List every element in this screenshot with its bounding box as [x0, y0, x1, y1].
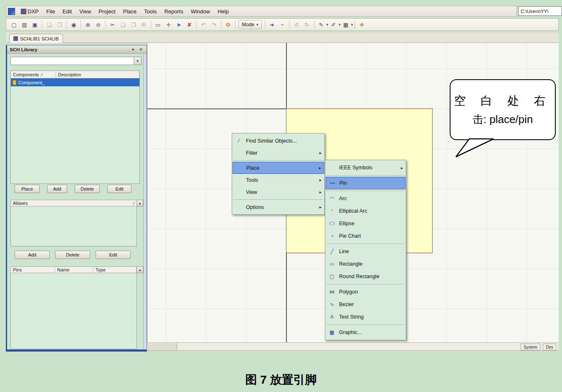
description-column-header[interactable]: Description [56, 71, 139, 78]
snapshot-icon[interactable]: ❖ [357, 20, 367, 30]
menu-dxp[interactable]: DXP [18, 7, 42, 16]
clear-filter-icon[interactable]: ✘ [185, 20, 194, 30]
panel-vertical-scrollbar[interactable] [143, 54, 147, 349]
menu-item-find-similar[interactable]: ⁄ Find Similar Objects... [233, 135, 324, 147]
edit-alias-button[interactable]: Edit [96, 251, 131, 259]
nav-back-icon[interactable]: ↺ [292, 20, 301, 30]
paste-icon[interactable]: ❒ [129, 20, 138, 30]
rubber-stamp-icon[interactable]: ✇ [139, 20, 149, 30]
forward-icon[interactable]: ➜ [267, 20, 277, 30]
find-similar-icon: ⁄ [233, 138, 244, 144]
doc-tab-schlib1[interactable]: SCHLIB1 SCHLIB [9, 34, 63, 43]
components-column-header[interactable]: Components ∕ [11, 71, 56, 78]
menu-item-place[interactable]: Place ▸ [233, 162, 324, 174]
submenu-arrow-icon: ▸ [316, 166, 323, 170]
chevron-down-icon[interactable]: ▾ [134, 57, 141, 65]
menu-file[interactable]: File [43, 7, 58, 16]
chevron-down-icon[interactable]: ▾ [339, 23, 341, 27]
submenu-item-ellipse[interactable]: ◯ Ellipse [326, 217, 405, 230]
add-alias-button[interactable]: Add [15, 251, 50, 259]
menu-project[interactable]: Project [95, 7, 119, 16]
dxp-icon [21, 9, 26, 14]
submenu-item-line[interactable]: ╱ Line [326, 245, 405, 258]
menu-window[interactable]: Window [187, 7, 213, 16]
menu-separator [327, 284, 405, 284]
menu-help[interactable]: Help [214, 7, 232, 16]
menu-item-tools[interactable]: Tools ▸ [233, 174, 324, 186]
component-row-selected[interactable]: Component_ [11, 78, 139, 86]
submenu-item-elliptical-arc[interactable]: ◜ Elliptical Arc [326, 205, 405, 217]
menu-edit[interactable]: Edit [59, 7, 75, 16]
close-icon[interactable]: ✕ [138, 47, 144, 53]
save-document-icon[interactable]: ▣ [30, 20, 40, 30]
edit-component-button[interactable]: Edit [107, 185, 132, 193]
move-selection-icon[interactable]: ✛ [164, 20, 173, 30]
aliases-list[interactable] [10, 206, 137, 246]
menu-place[interactable]: Place [120, 7, 140, 16]
submenu-item-graphic[interactable]: ▩ Graphic... [326, 326, 405, 339]
delete-alias-button[interactable]: Delete [55, 251, 90, 259]
place-button[interactable]: Place [15, 185, 40, 193]
select-area-icon[interactable]: ▭ [153, 20, 163, 30]
component-filter-combobox[interactable]: ▾ [10, 57, 142, 65]
wiring-dropdown-icon[interactable]: ✐ [329, 20, 338, 30]
aliases-header[interactable]: Aliases ∕ [10, 200, 137, 206]
ellipse-icon: ◯ [327, 222, 337, 226]
context-menu: ⁄ Find Similar Objects... Filter ▸ Place… [232, 133, 325, 215]
filter-input[interactable] [11, 57, 134, 65]
chevron-down-icon[interactable]: ▾ [351, 23, 353, 27]
submenu-item-polygon[interactable]: ⋈ Polygon [326, 286, 405, 298]
cross-probe-icon[interactable]: ❂ [223, 20, 233, 30]
zoom-out-icon[interactable]: ⊖ [94, 20, 103, 30]
remove-icon[interactable]: − [278, 20, 287, 30]
pins-scroll-up-icon[interactable]: ▲ [137, 266, 143, 273]
cut-icon[interactable]: ✂ [108, 20, 117, 30]
chevron-down-icon[interactable]: ▾ [327, 23, 329, 27]
submenu-item-bezier[interactable]: ∿ Bezier [326, 298, 405, 311]
select-cursor-icon[interactable]: ➤ [174, 20, 184, 30]
menu-item-view[interactable]: View ▸ [233, 186, 324, 198]
submenu-item-text-string[interactable]: A Text String [326, 311, 405, 323]
undo-icon[interactable]: ↶ [199, 20, 208, 30]
submenu-arrow-icon: ▸ [316, 178, 323, 182]
menu-view[interactable]: View [76, 7, 94, 16]
nav-forward-icon[interactable]: ↻ [302, 20, 312, 30]
delete-component-button[interactable]: Delete [75, 185, 100, 193]
submenu-item-pie-chart[interactable]: ◔ Pie Chart [326, 230, 405, 242]
submenu-item-arc[interactable]: ◠ Arc [326, 192, 405, 205]
print-icon[interactable]: ❏ [44, 20, 54, 30]
pins-list[interactable] [10, 273, 137, 349]
redo-icon[interactable]: ↷ [209, 20, 219, 30]
pins-column-header[interactable]: Pins [11, 267, 55, 273]
panel-tab-design[interactable]: Des [543, 344, 556, 350]
print-preview-icon[interactable]: ❐ [55, 20, 64, 30]
zoom-in-icon[interactable]: ⊕ [83, 20, 93, 30]
panel-tab-system[interactable]: System [521, 344, 540, 350]
aliases-scroll-up-icon[interactable]: ▲ [137, 200, 143, 206]
submenu-item-pin[interactable]: ⊶ Pin [326, 177, 405, 189]
copy-icon[interactable]: ❑ [118, 20, 128, 30]
open-document-icon[interactable]: ▤ [20, 20, 29, 30]
utilities-dropdown-icon[interactable]: ✎ [316, 20, 326, 30]
mode-dropdown[interactable]: Mode ▾ [238, 20, 262, 29]
panel-menu-icon[interactable]: ▾ [130, 47, 136, 53]
submenu-item-rectangle[interactable]: ▭ Rectangle [326, 258, 405, 270]
menu-reports[interactable]: Reports [161, 7, 187, 16]
submenu-arrow-icon: ▸ [316, 151, 323, 155]
browse-icon[interactable]: ◉ [69, 20, 78, 30]
submenu-item-round-rectangle[interactable]: ▢ Round Rectangle [326, 270, 405, 283]
horizontal-scrollbar-thumb[interactable] [147, 343, 177, 350]
add-component-button[interactable]: Add [47, 185, 67, 193]
grids-dropdown-icon[interactable]: ▦ [341, 20, 351, 30]
menu-item-options[interactable]: Options ▸ [233, 201, 324, 213]
submenu-arrow-icon: ▸ [316, 205, 323, 209]
panel-title-bar: SCH Library ▾ ✕ [7, 45, 147, 54]
menu-tools[interactable]: Tools [141, 7, 160, 16]
new-document-icon[interactable]: ▢ [9, 20, 19, 30]
name-column-header[interactable]: Name [55, 267, 94, 273]
toolbar-separator [42, 20, 42, 29]
menu-item-filter[interactable]: Filter ▸ [233, 147, 324, 159]
type-column-header[interactable]: Type [94, 267, 137, 273]
arc-icon: ◠ [327, 196, 337, 201]
submenu-item-ieee-symbols[interactable]: IEEE Symbols ▸ [326, 161, 405, 174]
